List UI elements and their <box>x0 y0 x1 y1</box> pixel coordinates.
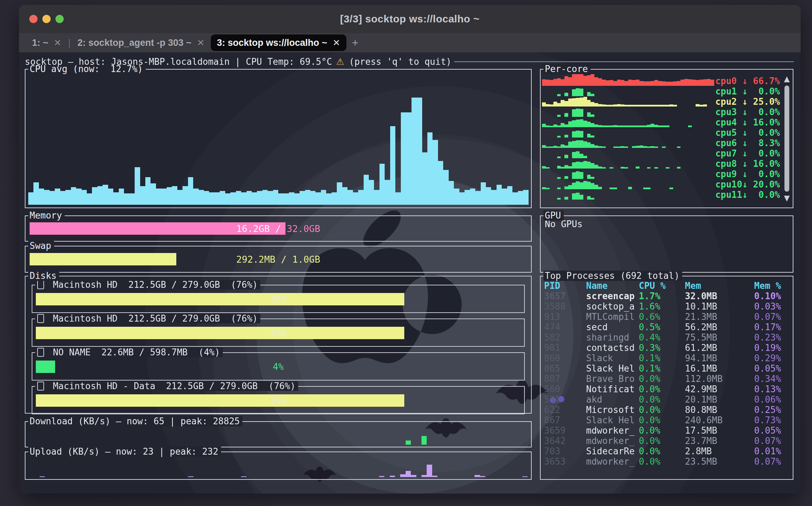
process-cell-mem: 23.7MB <box>685 436 754 446</box>
chart-bar <box>587 196 591 200</box>
process-cell-cpu: 0.0% <box>639 405 685 415</box>
chart-bar <box>294 193 300 205</box>
process-cell-cpu: 1.6% <box>639 301 685 312</box>
tab-2-close-icon[interactable]: ✕ <box>197 38 205 48</box>
process-cell-cpu: 0.0% <box>639 446 685 456</box>
tab-3-close-icon[interactable]: ✕ <box>333 38 340 48</box>
scrollbar-thumb[interactable] <box>784 85 789 192</box>
tab-1-close-icon[interactable]: ✕ <box>54 38 61 48</box>
memory-panel: Memory 16.2GB / 32.0GB <box>25 215 532 242</box>
chart-bar <box>129 193 135 205</box>
per-core-scrollbar[interactable]: ▲ ▼ <box>782 74 791 203</box>
chart-bar <box>369 180 374 205</box>
process-cell-mem: 17.5MB <box>685 425 754 436</box>
chart-bar <box>145 177 150 205</box>
chart-bar <box>97 186 103 205</box>
chart-bar <box>433 140 438 205</box>
process-cell-mem: 112.0MB <box>685 374 754 384</box>
process-row: 3657screencap1.7%32.0MB0.10% <box>544 291 793 301</box>
disk-list: Macintosh HD 212.5GB / 279.0GB (76%)76% … <box>25 276 531 413</box>
chart-bar <box>247 191 252 205</box>
chart-bar <box>406 441 411 445</box>
chart-bar <box>432 476 437 477</box>
chart-bar <box>421 475 427 477</box>
chart-bar <box>395 192 400 205</box>
new-tab-button[interactable]: + <box>346 37 364 49</box>
process-cell-cpu: 0.0% <box>639 374 685 384</box>
process-cell-name: mdworker_ <box>586 456 639 467</box>
chart-bar <box>406 112 411 205</box>
scroll-up-icon[interactable]: ▲ <box>784 74 790 83</box>
process-cell-pid: 865 <box>544 363 586 374</box>
process-cell-pid: 3657 <box>544 291 586 301</box>
disk-usage-bar: 4% <box>36 361 521 373</box>
chart-bar <box>576 193 580 200</box>
process-row: 3659mdworker_0.0%17.5MB0.05% <box>544 425 793 436</box>
process-cell-mem: 42.9MB <box>685 384 754 394</box>
minimize-window-button[interactable] <box>42 15 51 23</box>
tab-1[interactable]: 1: ~ ✕ <box>26 34 67 51</box>
cpu5-label: cpu5 ↓ 0.0% <box>715 128 780 138</box>
process-cell-name: sharingd <box>586 332 639 343</box>
download-panel: Download (KB/s) — now: 65 | peak: 28825 <box>25 421 532 447</box>
process-cell-mem: 80.8MB <box>685 405 754 415</box>
disk-item-text: NO NAME 22.6MB / 598.7MB (4%) <box>48 347 220 357</box>
disk-icon <box>37 348 44 357</box>
chart-bar <box>209 192 214 205</box>
scroll-down-icon[interactable]: ▼ <box>784 194 790 203</box>
process-cell-pid: 474 <box>544 322 586 332</box>
chart-bar <box>422 152 427 205</box>
disk-item-text: Macintosh HD 212.5GB / 279.0GB (76%) <box>48 314 258 323</box>
process-cell-name: mdworker_ <box>586 436 639 446</box>
chart-bar <box>92 187 97 205</box>
process-cell-memp: 0.05% <box>754 363 793 374</box>
process-row: 887Brave Bro0.0%112.0MB0.34% <box>544 374 793 384</box>
chart-bar <box>60 191 65 205</box>
header-rule <box>454 61 794 62</box>
zoom-window-button[interactable] <box>55 15 64 23</box>
chart-bar <box>28 192 33 205</box>
column-header-c-memp-h: Mem % <box>754 281 793 291</box>
tab-3-active[interactable]: 3: socktop ws://localho ~ ✕ <box>211 34 346 51</box>
tab-2[interactable]: 2: socktop_agent -p 303 ~ ✕ <box>71 34 211 51</box>
warning-icon: ⚠ <box>336 57 344 67</box>
process-cell-mem: 21.3MB <box>685 312 754 322</box>
disk-item-text: Macintosh HD - Data 212.5GB / 279.0GB (7… <box>48 381 295 391</box>
process-cell-mem: 94.1MB <box>685 353 754 363</box>
per-core-rows: cpu0 ↓ 66.7%cpu1 ↓ 0.0%cpu2 ↓ 25.0%cpu3 … <box>541 70 793 208</box>
terminal-content: socktop — host: Jasons-MBP.localdomain |… <box>19 52 801 494</box>
close-window-button[interactable] <box>29 15 38 23</box>
chart-bar <box>108 189 113 205</box>
process-cell-mem: 56.2MB <box>685 322 754 332</box>
disk-icon <box>37 280 44 289</box>
tab-divider: | <box>68 38 71 48</box>
chart-bar <box>427 465 432 477</box>
cpu-avg-panel: CPU avg (now: 12.7%) <box>25 69 532 208</box>
chart-bar <box>332 192 337 205</box>
process-cell-name: MTLCompil <box>586 312 639 322</box>
gpu-panel: GPU No GPUs <box>540 215 793 273</box>
process-cell-memp: 0.07% <box>754 436 793 446</box>
disk-item-1: Macintosh HD 212.5GB / 279.0GB (76%)76% <box>32 318 525 347</box>
process-row: 560Notificat0.0%42.9MB0.13% <box>544 384 793 394</box>
process-cell-pid: 887 <box>544 374 586 384</box>
process-cell-mem: 10.1MB <box>685 301 754 312</box>
process-cell-name: akd <box>586 394 639 405</box>
swap-title: Swap <box>28 241 54 251</box>
disk-usage-bar: 76% <box>36 293 521 305</box>
process-row: 981contactsd0.3%61.2MB0.19% <box>544 343 793 353</box>
process-cell-memp: 0.29% <box>754 353 793 363</box>
upload-bars <box>29 461 528 477</box>
chart-bar <box>522 476 528 477</box>
chart-bar <box>572 193 576 200</box>
memory-label: 16.2GB / 32.0GB <box>25 216 531 241</box>
tab-bar: 1: ~ ✕ | 2: socktop_agent -p 303 ~ ✕ 3: … <box>19 33 801 52</box>
tab-2-label: 2: socktop_agent -p 303 ~ <box>77 38 191 48</box>
process-cell-pid: 3588 <box>544 301 586 312</box>
chart-bar <box>33 182 39 205</box>
process-row: 622Microsoft0.0%80.8MB0.25% <box>544 405 793 415</box>
process-cell-name: Microsoft <box>586 405 639 415</box>
tab-1-label: 1: ~ <box>32 38 48 48</box>
chart-bar <box>241 192 246 205</box>
chart-bar <box>44 190 49 205</box>
